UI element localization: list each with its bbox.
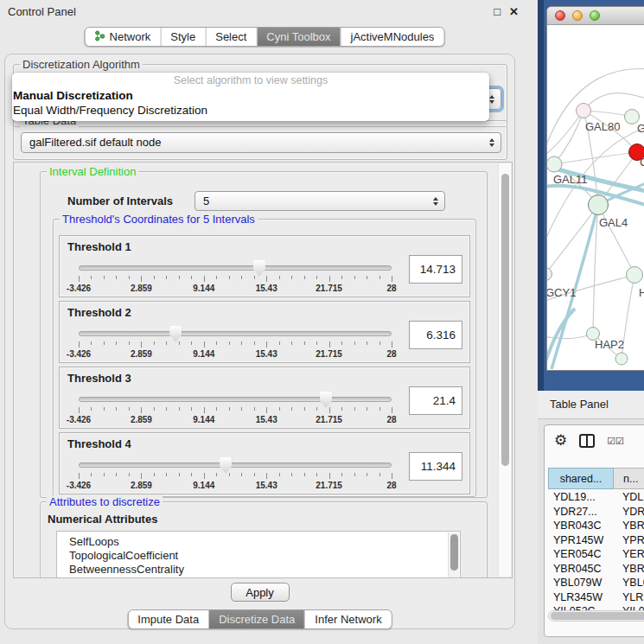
slider-ticks [79, 407, 392, 414]
tab-label: Cyni Toolbox [266, 30, 330, 43]
list-item-selfloops[interactable]: SelfLoops [69, 535, 460, 549]
table-data-selected-value: galFiltered.sif default node [29, 136, 161, 149]
network-node[interactable] [589, 195, 609, 215]
tab-discretize-data[interactable]: Discretize Data [208, 610, 304, 628]
node-label-hap2: HAP2 [595, 338, 624, 351]
tab-select[interactable]: Select [205, 28, 256, 46]
list-item-topologicalcoefficient[interactable]: TopologicalCoefficient [69, 549, 460, 563]
node-label-gcy1: GCY1 [547, 286, 576, 299]
num-intervals-combobox[interactable]: 5 [194, 191, 445, 211]
threshold-box-2: Threshold 2-3.4262.8599.14415.4321.71528… [59, 301, 470, 363]
table-row[interactable]: YER054CYER0 [548, 547, 644, 562]
slider-thumb[interactable] [253, 260, 265, 277]
cell-shared-name: YBL079W [548, 576, 614, 590]
list-scrollbar[interactable] [448, 532, 459, 578]
slider-track[interactable] [79, 397, 392, 402]
table-row[interactable]: YBL079WYBL0 [548, 576, 644, 590]
right-panel: GAL80GACGAL11GAL4GCY1HHAP2 Table Panel ⚙… [538, 0, 644, 644]
tab-network[interactable]: Network [86, 28, 161, 46]
network-desktop: GAL80GACGAL11GAL4GCY1HHAP2 [538, 0, 644, 391]
checked-columns-icon[interactable]: ☑☑ [607, 436, 624, 447]
network-edge[interactable] [583, 93, 644, 111]
network-node[interactable] [577, 104, 591, 118]
node-label-ga: GA [637, 122, 644, 135]
cell-name: YDR2 [614, 505, 644, 520]
tab-label: Select [215, 30, 246, 43]
table-row[interactable]: YDR27...YDR2 [548, 505, 644, 520]
slider-track[interactable] [79, 265, 392, 271]
vertical-scrollbar[interactable] [498, 163, 511, 577]
column-header-name[interactable]: n... [614, 468, 644, 489]
tab-jactivemnodules[interactable]: jActiveMNodules [341, 28, 444, 46]
tab-style[interactable]: Style [160, 28, 205, 46]
table-row[interactable]: YBR043CYBR0 [548, 519, 644, 533]
threshold-slider-1[interactable]: -3.4262.8599.14415.4321.71528 [79, 262, 392, 295]
table-row[interactable]: YDL19...YDL1 [548, 490, 644, 505]
network-node[interactable] [547, 268, 552, 281]
tab-label: Network [110, 30, 151, 43]
network-edge[interactable] [554, 152, 637, 164]
dropdown-option-manual-discretization[interactable]: Manual Discretization [12, 88, 489, 103]
threshold-slider-2[interactable]: -3.4262.8599.14415.4321.71528 [79, 328, 392, 360]
gear-icon[interactable]: ⚙ [554, 433, 567, 449]
numerical-attributes-label: Numerical Attributes [48, 513, 157, 526]
close-icon[interactable]: ✕ [509, 5, 519, 18]
threshold-value-field[interactable]: 14.713 [409, 255, 462, 284]
network-node[interactable] [547, 156, 562, 172]
table-panel-title: Table Panel [550, 398, 609, 411]
table-panel-header: Table Panel [538, 391, 644, 419]
control-panel-titlebar: Control Panel □ ✕ [0, 0, 529, 22]
table-data-combobox[interactable]: galFiltered.sif default node [21, 132, 501, 153]
group-label: Attributes to discretize [47, 495, 163, 508]
close-button[interactable] [555, 10, 565, 21]
slider-tick-labels: -3.4262.8599.14415.4321.71528 [79, 284, 392, 294]
vertical-scrollbar-thumb[interactable] [501, 174, 509, 466]
slider-thumb[interactable] [220, 457, 232, 474]
tab-infer-network[interactable]: Infer Network [304, 610, 391, 628]
apply-button[interactable]: Apply [231, 583, 290, 602]
page-title: Control Panel [8, 5, 76, 18]
thresholds-group: Threshold's Coordinates for 5 Intervals … [53, 219, 476, 497]
table-row[interactable]: YPR145WYPR1 [548, 533, 644, 548]
slider-thumb[interactable] [320, 392, 332, 408]
node-label-gal80: GAL80 [585, 120, 620, 133]
horizontal-scrollbar[interactable] [548, 610, 644, 622]
cell-name: YER0 [614, 547, 644, 562]
threshold-value-field[interactable]: 11.344 [409, 452, 462, 481]
table-row[interactable]: YLR345WYLR3 [548, 590, 644, 605]
slider-track[interactable] [79, 331, 392, 336]
split-view-icon[interactable] [579, 434, 595, 448]
minimize-button[interactable] [572, 10, 583, 21]
dropdown-option-equal-width-frequency-discretization[interactable]: Equal Width/Frequency Discretization [12, 103, 489, 118]
network-view[interactable]: GAL80GACGAL11GAL4GCY1HHAP2 [547, 25, 644, 369]
node-label-h: H [639, 286, 644, 299]
top-tab-bar: NetworkStyleSelectCyni ToolboxjActiveMNo… [85, 27, 445, 47]
tab-impute-data[interactable]: Impute Data [128, 610, 208, 628]
table-data-group: Table Data galFiltered.sif default node [13, 120, 507, 160]
list-item-betweennesscentrality[interactable]: BetweennessCentrality [69, 563, 460, 577]
horizontal-scrollbar-thumb[interactable] [551, 612, 644, 620]
threshold-value-field[interactable]: 21.4 [409, 386, 462, 415]
table-row[interactable]: YBR045CYBR0 [548, 562, 644, 577]
tab-cyni-toolbox[interactable]: Cyni Toolbox [256, 28, 340, 46]
cell-shared-name: YPR145W [548, 533, 614, 548]
column-header-shared-name[interactable]: shared... [548, 468, 614, 489]
network-window: GAL80GACGAL11GAL4GCY1HHAP2 [546, 6, 644, 371]
network-window-titlebar[interactable] [547, 7, 644, 25]
slider-thumb[interactable] [169, 326, 182, 342]
attributes-group: Attributes to discretize Numerical Attri… [40, 501, 488, 578]
num-intervals-label: Number of Intervals [67, 194, 194, 207]
threshold-value-field[interactable]: 6.316 [409, 321, 462, 349]
threshold-slider-4[interactable]: -3.4262.8599.14415.4321.71528 [79, 459, 392, 492]
list-scrollbar-thumb[interactable] [450, 534, 458, 571]
slider-tick-labels: -3.4262.8599.14415.4321.71528 [79, 349, 392, 360]
tab-label: jActiveMNodules [351, 30, 435, 43]
slider-track[interactable] [79, 462, 392, 468]
chevron-updown-icon [489, 138, 494, 147]
node-label-gal11: GAL11 [553, 173, 588, 186]
network-node[interactable] [615, 353, 628, 365]
float-window-icon[interactable]: □ [494, 5, 501, 18]
threshold-slider-3[interactable]: -3.4262.8599.14415.4321.71528 [79, 393, 392, 426]
network-node[interactable] [627, 267, 643, 284]
zoom-button[interactable] [590, 10, 600, 21]
